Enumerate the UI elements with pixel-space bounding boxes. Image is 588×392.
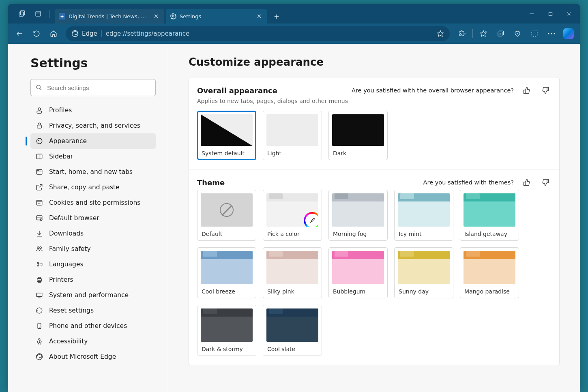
tile-label: Icy mint bbox=[398, 231, 450, 237]
nav-item-family-safety[interactable]: Family safety bbox=[30, 241, 156, 257]
nav-item-share-copy-and-paste[interactable]: Share, copy and paste bbox=[30, 180, 156, 195]
theme-option-morning-fog[interactable]: Morning fog bbox=[328, 190, 388, 241]
nav-item-reset-settings[interactable]: Reset settings bbox=[30, 303, 156, 318]
svg-point-26 bbox=[551, 33, 552, 34]
svg-point-60 bbox=[39, 338, 40, 340]
nav-item-appearance[interactable]: Appearance bbox=[30, 133, 156, 149]
search-settings-input[interactable] bbox=[30, 79, 156, 96]
tile-label: Default bbox=[201, 231, 253, 237]
screenshot-button[interactable] bbox=[526, 26, 543, 42]
nav-item-accessibility[interactable]: Accessibility bbox=[30, 334, 156, 349]
nav-item-profiles[interactable]: Profiles bbox=[30, 103, 156, 118]
tile-label: Mango paradise bbox=[464, 288, 515, 295]
nav-item-printers[interactable]: Printers bbox=[30, 272, 156, 287]
nav-item-sidebar[interactable]: Sidebar bbox=[30, 149, 156, 164]
svg-rect-65 bbox=[524, 90, 526, 93]
svg-rect-0 bbox=[19, 12, 24, 17]
tile-label: System default bbox=[201, 150, 253, 156]
nav-item-about-microsoft-edge[interactable]: About Microsoft Edge bbox=[30, 349, 156, 364]
nav-label: About Microsoft Edge bbox=[49, 353, 116, 360]
svg-rect-68 bbox=[524, 182, 526, 185]
close-tab-icon[interactable] bbox=[152, 12, 160, 20]
nav-icon bbox=[35, 214, 43, 222]
close-tab-icon[interactable] bbox=[255, 12, 263, 20]
theme-option-sunny-day[interactable]: Sunny day bbox=[394, 247, 453, 298]
page-content: Settings ProfilesPrivacy, search, and se… bbox=[8, 44, 580, 392]
svg-rect-41 bbox=[36, 200, 42, 205]
nav-item-default-browser[interactable]: Default browser bbox=[30, 210, 156, 226]
new-tab-button[interactable] bbox=[270, 10, 283, 24]
favorites-button[interactable] bbox=[475, 26, 491, 42]
browser-essentials-button[interactable] bbox=[509, 26, 526, 42]
copilot-icon bbox=[563, 28, 574, 39]
theme-option-island-getaway[interactable]: Island getaway bbox=[460, 190, 519, 241]
nav-icon bbox=[35, 107, 43, 114]
svg-point-28 bbox=[36, 85, 40, 89]
nav-icon bbox=[35, 353, 43, 360]
toolbar: Edge edge://settings/appearance bbox=[8, 24, 580, 44]
svg-rect-56 bbox=[36, 293, 42, 297]
nav-label: Default browser bbox=[49, 214, 99, 222]
appearance-option-system-default[interactable]: System default bbox=[197, 111, 256, 160]
address-bar[interactable]: Edge edge://settings/appearance bbox=[66, 26, 450, 41]
more-menu-button[interactable] bbox=[543, 26, 560, 42]
nav-label: Sidebar bbox=[49, 153, 73, 160]
svg-rect-12 bbox=[549, 12, 552, 15]
back-button[interactable] bbox=[11, 26, 28, 42]
theme-option-mango-paradise[interactable]: Mango paradise bbox=[460, 247, 519, 298]
collections-button[interactable] bbox=[492, 26, 509, 42]
theme-option-default[interactable]: Default bbox=[197, 190, 256, 241]
nav-item-cookies-and-site-permissions[interactable]: Cookies and site permissions bbox=[30, 195, 156, 210]
thumbs-down-button[interactable] bbox=[540, 177, 551, 188]
tile-label: Sunny day bbox=[398, 288, 450, 295]
theme-option-icy-mint[interactable]: Icy mint bbox=[394, 190, 453, 241]
tile-label: Silky pink bbox=[266, 288, 318, 295]
copilot-button[interactable] bbox=[560, 26, 577, 42]
theme-option-pick-a-color[interactable]: Pick a color bbox=[263, 190, 322, 241]
home-button[interactable] bbox=[45, 26, 62, 42]
theme-option-cool-slate[interactable]: Cool slate bbox=[263, 305, 322, 356]
nav-icon bbox=[35, 184, 43, 191]
svg-point-39 bbox=[38, 170, 38, 170]
nav-icon bbox=[35, 245, 43, 253]
nav-label: System and performance bbox=[49, 291, 129, 299]
tile-label: Cool slate bbox=[266, 346, 318, 352]
theme-option-dark-stormy[interactable]: Dark & stormy bbox=[197, 305, 256, 356]
nav-label: Share, copy and paste bbox=[49, 184, 120, 191]
nav-icon bbox=[35, 199, 43, 206]
nav-item-languages[interactable]: 字Languages bbox=[30, 257, 156, 272]
svg-marker-18 bbox=[481, 31, 487, 36]
addressbar-url: edge://settings/appearance bbox=[106, 30, 433, 37]
svg-point-50 bbox=[37, 247, 39, 249]
thumbs-up-button[interactable] bbox=[521, 85, 532, 96]
search-field[interactable] bbox=[47, 84, 150, 91]
nav-item-downloads[interactable]: Downloads bbox=[30, 226, 156, 241]
tab-actions-icon[interactable] bbox=[31, 6, 45, 21]
svg-marker-67 bbox=[201, 114, 253, 146]
appearance-option-light[interactable]: Light bbox=[263, 111, 322, 160]
workspaces-icon[interactable] bbox=[15, 6, 29, 21]
nav-item-phone-and-other-devices[interactable]: Phone and other devices bbox=[30, 318, 156, 334]
nav-item-system-and-performance[interactable]: System and performance bbox=[30, 287, 156, 303]
theme-option-bubblegum[interactable]: Bubblegum bbox=[328, 247, 388, 298]
maximize-button[interactable] bbox=[541, 6, 560, 22]
extensions-button[interactable] bbox=[454, 26, 470, 42]
thumbs-down-button[interactable] bbox=[540, 85, 551, 96]
theme-option-silky-pink[interactable]: Silky pink bbox=[263, 247, 322, 298]
thumbs-up-button[interactable] bbox=[521, 177, 532, 188]
appearance-option-dark[interactable]: Dark bbox=[328, 111, 388, 160]
svg-point-34 bbox=[38, 140, 39, 141]
nav-item-start-home-and-new-tabs[interactable]: Start, home, and new tabs bbox=[30, 164, 156, 180]
tab-digital-trends[interactable]: + Digital Trends | Tech News, Revie bbox=[55, 9, 164, 24]
tab-title: Digital Trends | Tech News, Revie bbox=[69, 13, 149, 19]
addressbar-label: Edge bbox=[82, 30, 97, 37]
refresh-button[interactable] bbox=[28, 26, 45, 42]
close-window-button[interactable] bbox=[560, 6, 578, 22]
settings-sidebar: Settings ProfilesPrivacy, search, and se… bbox=[8, 44, 168, 392]
theme-option-cool-breeze[interactable]: Cool breeze bbox=[197, 247, 256, 298]
nav-icon bbox=[35, 276, 43, 283]
minimize-button[interactable] bbox=[522, 6, 541, 22]
tab-settings[interactable]: Settings bbox=[166, 9, 267, 24]
nav-item-privacy-search-and-services[interactable]: Privacy, search, and services bbox=[30, 118, 156, 133]
favorite-star-icon[interactable] bbox=[437, 30, 444, 37]
